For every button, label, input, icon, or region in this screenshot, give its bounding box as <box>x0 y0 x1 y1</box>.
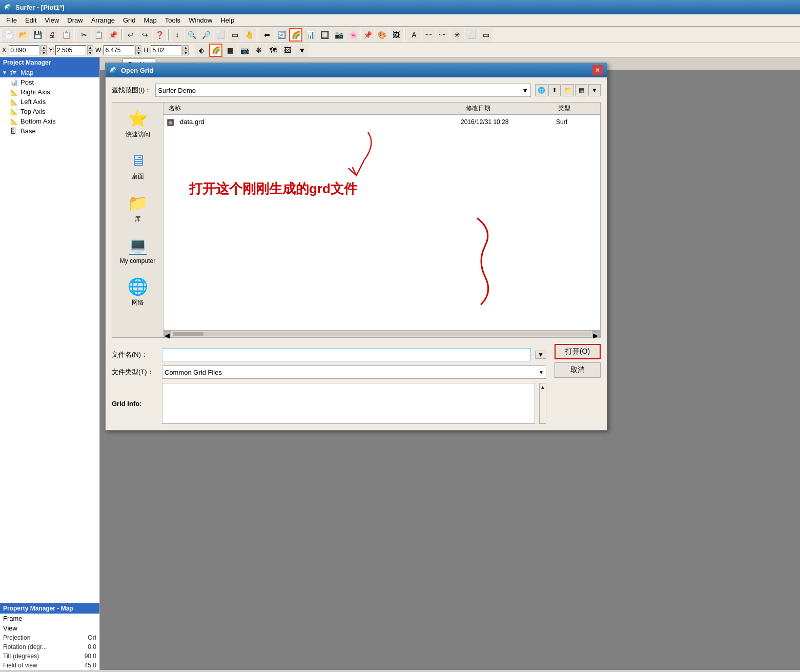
scroll-left-btn[interactable]: ◀ <box>164 331 171 337</box>
toolbar-cut[interactable]: ✂ <box>77 28 91 42</box>
toolbar-back[interactable]: ⬅ <box>260 28 274 42</box>
toolbar-camera[interactable]: 📷 <box>332 28 345 42</box>
y-spinner[interactable]: ▲ ▼ <box>87 45 93 55</box>
toolbar-wave1[interactable]: 〰 <box>422 28 435 42</box>
col-header-date[interactable]: 修改日期 <box>464 104 556 113</box>
open-button[interactable]: 打开(O) <box>555 344 601 359</box>
tree-item-right-axis[interactable]: 📐 Right Axis <box>0 87 99 97</box>
toolbar-new[interactable]: 📄 <box>2 28 15 42</box>
menu-help[interactable]: Help <box>216 15 238 25</box>
h-input[interactable] <box>151 45 181 55</box>
menu-file[interactable]: File <box>2 15 21 25</box>
col-header-name[interactable]: 名称 <box>167 104 464 113</box>
x-input[interactable] <box>9 45 39 55</box>
toolbar-contour[interactable]: 🌈 <box>289 28 302 42</box>
menu-tools[interactable]: Tools <box>161 15 184 25</box>
loc-grid-btn[interactable]: ▦ <box>575 84 587 96</box>
loc-new-btn[interactable]: ⬆ <box>548 84 561 96</box>
toolbar2-cam[interactable]: 📷 <box>238 44 251 57</box>
toolbar-open[interactable]: 📂 <box>16 28 30 42</box>
menu-grid[interactable]: Grid <box>119 15 140 25</box>
h-up[interactable]: ▲ <box>182 45 189 50</box>
toolbar-color[interactable]: 🎨 <box>375 28 388 42</box>
cancel-button[interactable]: 取消 <box>555 362 601 378</box>
place-desktop[interactable]: 🖥 桌面 <box>117 149 158 183</box>
h-spinner[interactable]: ▲ ▼ <box>182 45 189 55</box>
toolbar-redo[interactable]: ↪ <box>138 28 152 42</box>
tree-item-map[interactable]: ▼ 🗺 Map <box>0 68 99 77</box>
toolbar-text[interactable]: A <box>407 28 421 42</box>
tree-item-post[interactable]: 📊 Post <box>0 77 99 87</box>
w-spinner[interactable]: ▲ ▼ <box>135 45 141 55</box>
toolbar-wave2[interactable]: 〰 <box>436 28 449 42</box>
toolbar-paste[interactable]: 📌 <box>106 28 119 42</box>
toolbar-rect[interactable]: ⬜ <box>465 28 478 42</box>
filename-input[interactable] <box>162 348 531 361</box>
x-spinner[interactable]: ▲ ▼ <box>40 45 47 55</box>
scrollbar-horizontal[interactable]: ◀ ▶ <box>163 330 600 337</box>
dialog-close-button[interactable]: ✕ <box>592 65 603 75</box>
toolbar-post[interactable]: 🔲 <box>318 28 331 42</box>
toolbar-pan[interactable]: 🤚 <box>242 28 256 42</box>
toolbar-image[interactable]: 🖼 <box>389 28 403 42</box>
w-up[interactable]: ▲ <box>135 45 141 50</box>
toolbar-preview[interactable]: 📋 <box>59 28 73 42</box>
toolbar-save[interactable]: 💾 <box>31 28 44 42</box>
file-row-datagrd[interactable]: ▦ data.grd 2016/12/31 10:28 Surf <box>163 115 600 129</box>
prop-frame[interactable]: Frame <box>0 614 99 623</box>
toolbar2-active[interactable]: 🌈 <box>209 44 222 57</box>
h-down[interactable]: ▼ <box>182 50 189 55</box>
menu-window[interactable]: Window <box>184 15 216 25</box>
loc-up-btn[interactable]: 🌐 <box>535 84 547 96</box>
toolbar-grid-btn[interactable]: 📊 <box>303 28 317 42</box>
toolbar-zoom-fit[interactable]: ⬜ <box>214 28 227 42</box>
tree-item-left-axis[interactable]: 📐 Left Axis <box>0 97 99 107</box>
col-header-type[interactable]: 类型 <box>556 104 597 113</box>
toolbar-rectb[interactable]: ▭ <box>479 28 493 42</box>
toolbar2-map2[interactable]: 🗺 <box>266 44 280 57</box>
place-library[interactable]: 📁 库 <box>117 191 158 226</box>
loc-delete-btn[interactable]: 📁 <box>562 84 574 96</box>
toolbar-star[interactable]: ✳ <box>450 28 464 42</box>
toolbar-select[interactable]: ↕ <box>171 28 184 42</box>
toolbar-undo[interactable]: ↩ <box>124 28 137 42</box>
menu-edit[interactable]: Edit <box>21 15 40 25</box>
tree-item-bottom-axis[interactable]: 📐 Bottom Axis <box>0 116 99 126</box>
y-down[interactable]: ▼ <box>87 50 93 55</box>
w-down[interactable]: ▼ <box>135 50 141 55</box>
place-network[interactable]: 🌐 网络 <box>117 275 158 309</box>
filename-combo-arrow[interactable]: ▼ <box>535 351 546 359</box>
toolbar-print[interactable]: 🖨 <box>45 28 58 42</box>
toolbar2-grid2[interactable]: ▦ <box>223 44 237 57</box>
toolbar-zoom-out[interactable]: 🔎 <box>199 28 213 42</box>
scroll-thumb[interactable] <box>173 332 203 336</box>
loc-list-btn[interactable]: ▼ <box>588 84 601 96</box>
filetype-combo[interactable]: Common Grid Files ▼ <box>162 365 546 379</box>
place-mycomputer[interactable]: 💻 My computer <box>117 234 158 267</box>
y-input[interactable] <box>55 45 86 55</box>
x-up[interactable]: ▲ <box>40 45 47 50</box>
menu-draw[interactable]: Draw <box>63 15 87 25</box>
x-down[interactable]: ▼ <box>40 50 47 55</box>
tree-item-base[interactable]: 🗄 Base <box>0 126 99 136</box>
toolbar2-arr[interactable]: ▼ <box>295 44 309 57</box>
toolbar-copy[interactable]: 📋 <box>92 28 105 42</box>
scroll-track[interactable] <box>173 332 591 336</box>
toolbar2-fx[interactable]: ❋ <box>252 44 265 57</box>
toolbar-pin[interactable]: 📌 <box>361 28 374 42</box>
toolbar2-img2[interactable]: 🖼 <box>281 44 294 57</box>
prop-view[interactable]: View <box>0 623 99 633</box>
y-up[interactable]: ▲ <box>87 45 93 50</box>
menu-view[interactable]: View <box>40 15 63 25</box>
scroll-right-btn[interactable]: ▶ <box>592 331 600 337</box>
gridinfo-scrollup[interactable]: ▲ <box>539 383 546 391</box>
toolbar-zoom-rect[interactable]: ▭ <box>228 28 241 42</box>
toolbar2-select[interactable]: ⬖ <box>195 44 208 57</box>
toolbar-flower[interactable]: 🌸 <box>346 28 360 42</box>
toolbar-zoom-in[interactable]: 🔍 <box>185 28 198 42</box>
w-input[interactable] <box>104 45 134 55</box>
tree-item-top-axis[interactable]: 📐 Top Axis <box>0 107 99 116</box>
place-quickaccess[interactable]: ⭐ 快速访问 <box>117 107 158 141</box>
toolbar-refresh[interactable]: 🔄 <box>275 28 288 42</box>
menu-arrange[interactable]: Arrange <box>87 15 119 25</box>
